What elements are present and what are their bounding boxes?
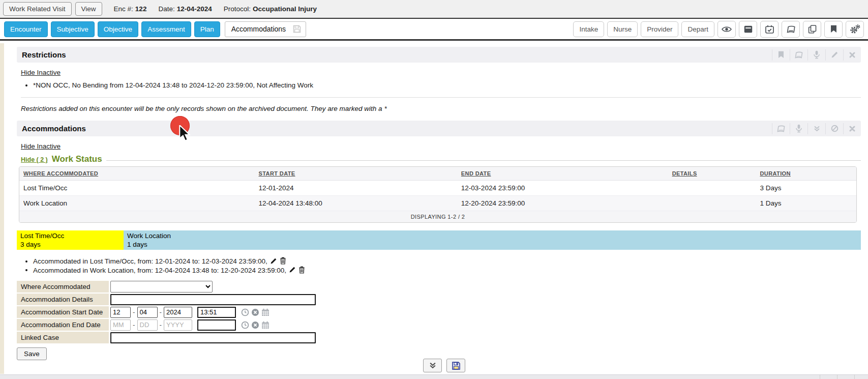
- restrictions-pencil-icon[interactable]: [825, 49, 843, 61]
- end-time-input[interactable]: [197, 319, 236, 331]
- depart-button[interactable]: Depart: [681, 21, 714, 37]
- restrictions-divider: [21, 97, 861, 98]
- accommodations-block-icon[interactable]: [825, 123, 843, 134]
- start-day-input[interactable]: [137, 307, 158, 318]
- restrictions-close-icon[interactable]: [843, 49, 861, 61]
- start-month-input[interactable]: [110, 307, 131, 318]
- start-year-input[interactable]: [164, 307, 192, 318]
- bookmark-icon[interactable]: [824, 21, 843, 38]
- copy-icon[interactable]: [803, 21, 821, 38]
- col-details[interactable]: DETAILS: [668, 167, 756, 181]
- table-row: Work Location 12-04-2024 13:48:00 12-20-…: [19, 196, 856, 211]
- delete-trash-icon[interactable]: [280, 257, 286, 265]
- encounter-date-label: Date:: [158, 5, 174, 13]
- tab-accommodations-active[interactable]: Accommodations: [225, 21, 306, 37]
- archive-icon[interactable]: [739, 21, 757, 38]
- end-year-input[interactable]: [164, 319, 192, 331]
- eye-icon[interactable]: [717, 21, 736, 38]
- date-separator: -: [160, 321, 162, 329]
- accommodation-details-input[interactable]: [110, 294, 316, 305]
- book-icon[interactable]: [782, 21, 800, 38]
- linked-case-input[interactable]: [110, 332, 316, 343]
- timeline-duration: 3 days: [20, 240, 120, 249]
- edit-pencil-icon[interactable]: [289, 266, 296, 273]
- save-button[interactable]: Save: [17, 347, 47, 360]
- encounter-date-value: 12-04-2024: [177, 5, 212, 13]
- date-separator: -: [133, 308, 135, 316]
- end-calendar-icon[interactable]: [261, 321, 270, 329]
- col-start-date[interactable]: START DATE: [255, 167, 457, 181]
- gears-icon[interactable]: [846, 21, 864, 38]
- cell-where: Lost Time/Occ: [19, 181, 255, 196]
- accommodation-entry: Accommodated in Lost Time/Occ, from: 12-…: [33, 257, 861, 265]
- accommodations-section-header: Accommodations: [17, 121, 861, 136]
- table-row: Lost Time/Occ 12-01-2024 12-03-2024 23:5…: [19, 181, 856, 196]
- accommodations-collapse-icon[interactable]: [807, 123, 825, 134]
- restrictions-title: Restrictions: [22, 50, 66, 59]
- provider-button[interactable]: Provider: [641, 21, 678, 37]
- tab-encounter[interactable]: Encounter: [4, 21, 48, 37]
- cell-end: 12-20-2024 23:59:00: [457, 196, 668, 211]
- restrictions-microphone-icon[interactable]: [807, 49, 825, 61]
- accommodation-timeline: Lost Time/Occ 3 days Work Location 1 day…: [17, 230, 861, 250]
- bottom-edge-bar: [0, 374, 868, 379]
- collapse-section-button[interactable]: [423, 359, 442, 372]
- intake-button[interactable]: Intake: [573, 21, 604, 37]
- timeline-label: Work Location: [127, 231, 857, 240]
- cell-duration: 1 Days: [756, 196, 856, 211]
- accommodations-book-icon[interactable]: [772, 123, 790, 134]
- restrictions-book-icon[interactable]: [790, 49, 807, 61]
- start-clock-icon[interactable]: [241, 308, 249, 316]
- restrictions-hide-inactive-link[interactable]: Hide Inactive: [21, 69, 61, 76]
- col-where-accommodated[interactable]: WHERE ACCOMMODATED: [19, 167, 255, 181]
- start-time-input[interactable]: [197, 307, 236, 318]
- cell-where: Work Location: [19, 196, 255, 211]
- restrictions-section-header: Restrictions: [17, 47, 861, 63]
- end-clock-icon[interactable]: [241, 321, 249, 329]
- end-date-label: Accommodation End Date: [17, 319, 109, 331]
- end-month-input[interactable]: [110, 319, 131, 331]
- work-status-hide-link[interactable]: Hide ( 2 ): [21, 156, 48, 163]
- encounter-date-field: Date:12-04-2024: [158, 5, 212, 13]
- chart-toolbar: Encounter Subjective Objective Assessmen…: [0, 19, 868, 41]
- delete-trash-icon[interactable]: [298, 266, 305, 274]
- timeline-segment-work-location: Work Location 1 days: [124, 230, 861, 250]
- active-tab-label: Accommodations: [225, 25, 292, 33]
- tab-assessment[interactable]: Assessment: [141, 21, 191, 37]
- tab-save-icon[interactable]: [292, 25, 306, 33]
- encounter-number-label: Enc #:: [114, 5, 133, 13]
- where-accommodated-select[interactable]: [110, 281, 213, 293]
- cell-end: 12-03-2024 23:59:00: [457, 181, 668, 196]
- col-end-date[interactable]: END DATE: [457, 167, 668, 181]
- end-clear-icon[interactable]: [251, 321, 259, 329]
- tab-plan[interactable]: Plan: [194, 21, 220, 37]
- accommodations-hide-inactive-link[interactable]: Hide Inactive: [21, 142, 61, 150]
- accommodation-form: Where Accommodated Accommodation Details…: [17, 281, 861, 360]
- accommodation-entry: Accommodated in Work Location, from: 12-…: [33, 266, 861, 274]
- restrictions-bookmark-icon[interactable]: [772, 49, 790, 61]
- calendar-check-icon[interactable]: [760, 21, 779, 38]
- encounter-top-bar: Work Related Visit View Enc #:122 Date:1…: [0, 0, 868, 19]
- tab-objective[interactable]: Objective: [98, 21, 138, 37]
- cell-details: [668, 181, 756, 196]
- left-margin-strip: [0, 43, 4, 374]
- work-status-table: WHERE ACCOMMODATED START DATE END DATE D…: [19, 166, 857, 223]
- accommodations-close-icon[interactable]: [843, 123, 861, 134]
- edit-pencil-icon[interactable]: [270, 257, 277, 265]
- start-date-label: Accommodation Start Date: [17, 306, 109, 318]
- end-day-input[interactable]: [137, 319, 158, 331]
- table-paging-status: DISPLAYING 1-2 / 2: [19, 211, 856, 222]
- col-duration[interactable]: DURATION: [756, 167, 856, 181]
- accommodations-microphone-icon[interactable]: [790, 123, 807, 134]
- tab-subjective[interactable]: Subjective: [51, 21, 95, 37]
- where-accommodated-label: Where Accommodated: [17, 281, 109, 293]
- view-button[interactable]: View: [75, 2, 102, 16]
- start-calendar-icon[interactable]: [261, 308, 270, 316]
- accommodation-details-label: Accommodation Details: [17, 294, 109, 305]
- work-related-visit-button[interactable]: Work Related Visit: [3, 2, 72, 16]
- nurse-button[interactable]: Nurse: [607, 21, 638, 37]
- accommodations-title: Accommodations: [22, 124, 86, 133]
- cell-details: [668, 196, 756, 211]
- start-clear-icon[interactable]: [251, 308, 259, 316]
- save-section-button[interactable]: [446, 359, 465, 372]
